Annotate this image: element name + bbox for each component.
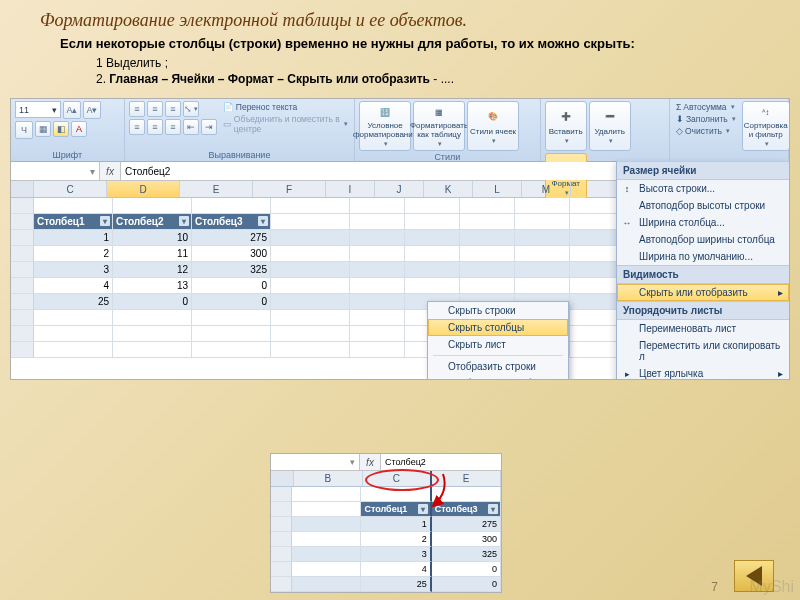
increase-font-button[interactable]: A▴ [63, 101, 81, 119]
cell-styles-button[interactable]: 🎨Стили ячеек [467, 101, 519, 151]
cell[interactable]: 300 [192, 246, 271, 262]
menu-hide-show[interactable]: Скрыть или отобразить▸ [617, 284, 789, 301]
select-all-corner[interactable] [11, 181, 34, 197]
table-header[interactable]: Столбец3 [192, 214, 271, 230]
cell[interactable]: 0 [432, 562, 501, 577]
cell[interactable]: 275 [432, 517, 501, 532]
ctx-show-rows[interactable]: Отобразить строки [428, 358, 568, 375]
mini-table-header[interactable]: Столбец1 [361, 502, 431, 517]
col-header[interactable]: K [424, 181, 473, 197]
format-as-table-button[interactable]: ▦Форматировать как таблицу [413, 101, 465, 151]
format-section-visibility: Видимость [617, 265, 789, 284]
cell[interactable]: 12 [113, 262, 192, 278]
ctx-show-cols[interactable]: Отобразить столбцы [428, 375, 568, 380]
col-header[interactable]: D [107, 181, 180, 197]
step-2-suffix: - .... [430, 72, 454, 86]
insert-button[interactable]: ➕Вставить [545, 101, 587, 151]
col-header[interactable]: E [180, 181, 253, 197]
cell[interactable]: 1 [361, 517, 431, 532]
orientation-button[interactable]: ⤡ [183, 101, 199, 117]
mini-formula-value[interactable]: Столбец2 [380, 454, 501, 470]
merge-center-button[interactable]: ▭Объединить и поместить в центре [221, 113, 350, 135]
cell[interactable]: 3 [361, 547, 431, 562]
font-size-selector[interactable]: 11▾ [15, 101, 61, 118]
mini-select-all[interactable] [271, 471, 294, 486]
menu-rename-sheet[interactable]: Переименовать лист [617, 320, 789, 337]
delete-button[interactable]: ➖Удалить [589, 101, 631, 151]
mini-col-header[interactable]: E [432, 471, 501, 486]
cell[interactable]: 13 [113, 278, 192, 294]
align-center-button[interactable]: ≡ [147, 119, 163, 135]
cell[interactable]: 2 [361, 532, 431, 547]
align-left-button[interactable]: ≡ [129, 119, 145, 135]
cell[interactable]: 275 [192, 230, 271, 246]
cell[interactable]: 10 [113, 230, 192, 246]
align-bot-button[interactable]: ≡ [165, 101, 181, 117]
table-header[interactable]: Столбец1 [34, 214, 113, 230]
align-mid-button[interactable]: ≡ [147, 101, 163, 117]
clear-button[interactable]: ◇Очистить [674, 125, 738, 137]
fill-button[interactable]: ⬇Заполнить [674, 113, 738, 125]
fx-label[interactable]: fx [100, 166, 120, 177]
autosum-button[interactable]: ΣАвтосумма [674, 101, 738, 113]
col-header[interactable]: C [34, 181, 107, 197]
mini-name-box[interactable]: ▾ [271, 454, 360, 470]
font-color-button[interactable]: A [71, 121, 87, 137]
hide-show-submenu: Скрыть строки Скрыть столбцы Скрыть лист… [427, 301, 569, 380]
menu-row-height[interactable]: ↕Высота строки... [617, 180, 789, 197]
fill-color-button[interactable]: ◧ [53, 121, 69, 137]
cell[interactable]: 4 [361, 562, 431, 577]
dec-indent-button[interactable]: ⇤ [183, 119, 199, 135]
cell[interactable]: 25 [361, 577, 431, 592]
page-subtitle: Если некоторые столбцы (строки) временно… [0, 35, 800, 53]
step-1: 1 Выделить ; [96, 56, 168, 70]
mini-col-header[interactable]: B [294, 471, 363, 486]
cell[interactable]: 0 [192, 278, 271, 294]
watermark: MyShi [750, 578, 794, 596]
menu-default-width[interactable]: Ширина по умолчанию... [617, 248, 789, 265]
cell[interactable]: 11 [113, 246, 192, 262]
col-header[interactable]: I [326, 181, 375, 197]
menu-tab-color[interactable]: ▸Цвет ярлычка▸ [617, 365, 789, 380]
col-header[interactable]: F [253, 181, 326, 197]
cell[interactable]: 0 [113, 294, 192, 310]
menu-autofit-col[interactable]: Автоподбор ширины столбца [617, 231, 789, 248]
color-icon: ▸ [621, 368, 633, 380]
ctx-hide-cols[interactable]: Скрыть столбцы [428, 319, 568, 336]
cell[interactable]: 325 [192, 262, 271, 278]
cell[interactable]: 3 [34, 262, 113, 278]
ctx-hide-rows[interactable]: Скрыть строки [428, 302, 568, 319]
col-header[interactable]: J [375, 181, 424, 197]
cell[interactable]: 25 [34, 294, 113, 310]
col-header[interactable]: M [522, 181, 571, 197]
cell[interactable]: 300 [432, 532, 501, 547]
decrease-font-button[interactable]: A▾ [83, 101, 101, 119]
eraser-icon: ◇ [676, 126, 683, 136]
underline-button[interactable]: Ч [15, 121, 33, 139]
align-top-button[interactable]: ≡ [129, 101, 145, 117]
align-right-button[interactable]: ≡ [165, 119, 181, 135]
ctx-hide-sheet[interactable]: Скрыть лист [428, 336, 568, 353]
inc-indent-button[interactable]: ⇥ [201, 119, 217, 135]
cell[interactable]: 4 [34, 278, 113, 294]
cell[interactable]: 325 [432, 547, 501, 562]
cell[interactable]: 2 [34, 246, 113, 262]
conditional-formatting-button[interactable]: 🔢Условное форматирование [359, 101, 411, 151]
menu-autofit-row[interactable]: Автоподбор высоты строки [617, 197, 789, 214]
col-header[interactable]: L [473, 181, 522, 197]
wrap-text-button[interactable]: 📄Перенос текста [221, 101, 350, 113]
border-button[interactable]: ▦ [35, 121, 51, 137]
mini-col-header[interactable]: C [363, 471, 433, 486]
cell[interactable]: 0 [192, 294, 271, 310]
name-box[interactable]: ▾ [11, 162, 100, 180]
menu-col-width[interactable]: ↔Ширина столбца... [617, 214, 789, 231]
ribbon-group-cells: ➕Вставить ➖Удалить 🔧Формат Ячейки [541, 99, 670, 161]
ribbon-group-alignment: ≡≡≡⤡ ≡≡≡⇤⇥ 📄Перенос текста ▭Объединить и… [125, 99, 355, 161]
cell[interactable]: 0 [432, 577, 501, 592]
menu-move-copy-sheet[interactable]: Переместить или скопировать л [617, 337, 789, 365]
mini-table-header[interactable]: Столбец3 [432, 502, 501, 517]
cell[interactable]: 1 [34, 230, 113, 246]
sort-filter-button[interactable]: ᴬ↕Сортировка и фильтр [742, 101, 790, 151]
ribbon-group-align-label: Выравнивание [129, 149, 350, 161]
table-header[interactable]: Столбец2 [113, 214, 192, 230]
